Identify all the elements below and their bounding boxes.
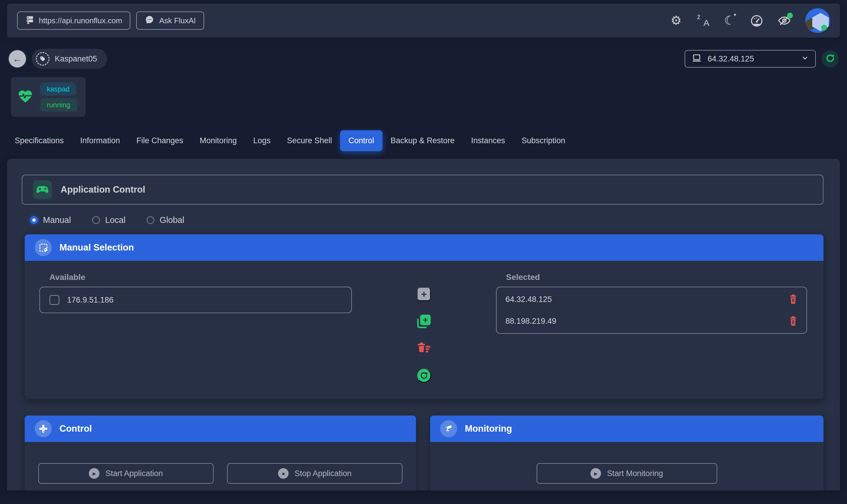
dpad-icon (35, 420, 52, 437)
selected-item: 64.32.48.125 (506, 288, 798, 310)
instance-ip-select[interactable]: 64.32.48.125 (685, 50, 816, 68)
available-item[interactable]: 176.9.51.186 (40, 287, 351, 312)
refresh-ip-button[interactable] (822, 50, 839, 67)
privacy-eye-slash-icon[interactable] (777, 14, 792, 28)
mode-global[interactable]: Global (146, 215, 184, 225)
user-avatar-flux-logo[interactable] (805, 8, 830, 33)
selected-item: 88.198.219.49 (506, 310, 798, 332)
api-url-button[interactable]: https://api.runonflux.com (17, 12, 130, 30)
manual-selection-body: Available 176.9.51.186 + + (25, 261, 824, 399)
stop-icon: ■ (278, 468, 288, 479)
top-navbar: https://api.runonflux.com Ask FluxAI ⚙ ż… (7, 3, 840, 38)
remove-all-button[interactable] (416, 342, 431, 355)
tab-backup-restore[interactable]: Backup & Restore (383, 130, 463, 151)
play-icon: ▶ (89, 468, 100, 479)
app-toolbar: ← Kaspanet05 64.32.48.125 (9, 49, 839, 69)
monitoring-card-body: ▶ Start Monitoring (430, 442, 824, 490)
start-monitoring-label: Start Monitoring (607, 469, 663, 478)
tab-control[interactable]: Control (340, 130, 382, 151)
control-card-title: Control (59, 424, 92, 434)
notification-dot (787, 13, 793, 19)
online-status-dot (821, 25, 827, 31)
navbar-right-group: ⚙ ż A ☾ ✦ (669, 8, 830, 33)
stop-application-button[interactable]: ■ Stop Application (227, 463, 403, 484)
chat-icon (144, 15, 155, 27)
available-column: Available 176.9.51.186 (39, 273, 352, 399)
app-name-label: Kaspanet05 (55, 54, 97, 64)
api-url-label: https://api.runonflux.com (39, 16, 122, 25)
app-tabs: Specifications Information File Changes … (6, 130, 847, 151)
mode-local[interactable]: Local (92, 215, 125, 225)
laptop-icon (692, 53, 702, 65)
transfer-actions-column: + + (352, 273, 496, 399)
tag-icon (36, 52, 49, 66)
component-status-card: kaspad running (11, 77, 86, 117)
selection-icon (35, 239, 52, 256)
start-monitoring-button[interactable]: ▶ Start Monitoring (536, 463, 717, 484)
ask-fluxai-button[interactable]: Ask FluxAI (136, 12, 204, 30)
control-card: Control ▶ Start Application ■ Stop Appli… (25, 415, 416, 490)
navbar-left-group: https://api.runonflux.com Ask FluxAI (17, 12, 204, 30)
add-all-plus-icon: + (420, 314, 431, 325)
plus-icon: + (421, 289, 427, 299)
stop-application-label: Stop Application (295, 469, 352, 478)
panel-title: Application Control (60, 184, 145, 195)
settings-gear-icon[interactable]: ⚙ (669, 14, 683, 28)
selected-item-ip: 88.198.219.49 (506, 317, 556, 326)
start-application-label: Start Application (105, 469, 163, 478)
tab-secure-shell[interactable]: Secure Shell (279, 130, 340, 151)
delete-selected-icon[interactable] (789, 294, 798, 304)
selected-list: 64.32.48.125 88.198.219.4 (496, 287, 807, 334)
language-translate-icon[interactable]: ż A (696, 14, 709, 28)
manual-selection-title: Manual Selection (59, 242, 134, 253)
status-badges: kaspad running (40, 82, 77, 111)
tab-file-changes[interactable]: File Changes (128, 130, 192, 151)
gamepad-icon (33, 180, 52, 199)
tab-specifications[interactable]: Specifications (6, 130, 72, 151)
app-name-chip[interactable]: Kaspanet05 (32, 49, 107, 69)
dark-mode-moon-icon[interactable]: ☾ ✦ (723, 14, 736, 28)
tab-logs[interactable]: Logs (245, 130, 279, 151)
ask-fluxai-label: Ask FluxAI (159, 16, 196, 25)
component-state-badge: running (40, 98, 77, 111)
reset-selection-button[interactable] (417, 368, 431, 382)
manual-selection-header: Manual Selection (25, 234, 824, 261)
selected-item-ip: 64.32.48.125 (506, 295, 552, 304)
tab-monitoring[interactable]: Monitoring (192, 130, 245, 151)
selected-ip-label: 64.32.48.125 (708, 54, 754, 64)
back-button[interactable]: ← (9, 50, 26, 67)
star-icon: ✦ (733, 13, 737, 17)
play-icon: ▶ (590, 468, 601, 479)
mode-radio-group: Manual Local Global (30, 215, 824, 225)
selected-column: Selected 64.32.48.125 (496, 273, 807, 399)
add-selected-button[interactable]: + (417, 287, 431, 301)
add-all-button[interactable]: + (417, 314, 431, 328)
heart-pulse-icon (17, 89, 33, 106)
start-application-button[interactable]: ▶ Start Application (38, 463, 214, 484)
gauge-speedometer-icon[interactable] (750, 14, 763, 28)
control-card-body: ▶ Start Application ■ Stop Application (25, 442, 416, 490)
radio-manual-checked[interactable] (30, 216, 38, 224)
monitoring-card-title: Monitoring (465, 424, 512, 434)
delete-selected-icon[interactable] (789, 316, 798, 326)
available-item-ip: 176.9.51.186 (67, 295, 113, 305)
back-arrow-icon: ← (13, 54, 22, 65)
tab-information[interactable]: Information (72, 130, 128, 151)
radio-global[interactable] (146, 216, 155, 224)
mode-manual[interactable]: Manual (30, 215, 71, 225)
control-card-header: Control (25, 415, 416, 442)
camera-icon (440, 420, 457, 437)
chevron-down-icon (801, 54, 809, 64)
refresh-icon (825, 53, 835, 65)
available-item-checkbox[interactable] (49, 295, 59, 305)
tab-instances[interactable]: Instances (463, 130, 513, 151)
application-control-header: Application Control (22, 175, 824, 205)
selected-label: Selected (506, 273, 807, 282)
tab-subscription[interactable]: Subscription (513, 130, 574, 151)
manual-selection-card: Manual Selection Available 176.9.51.186 … (25, 234, 824, 399)
radio-local[interactable] (92, 216, 100, 224)
available-list: 176.9.51.186 (39, 287, 352, 313)
control-tab-content: Application Control Manual Local Global (7, 159, 840, 490)
component-name-badge: kaspad (40, 82, 76, 95)
monitoring-card: Monitoring ▶ Start Monitoring (430, 415, 824, 490)
